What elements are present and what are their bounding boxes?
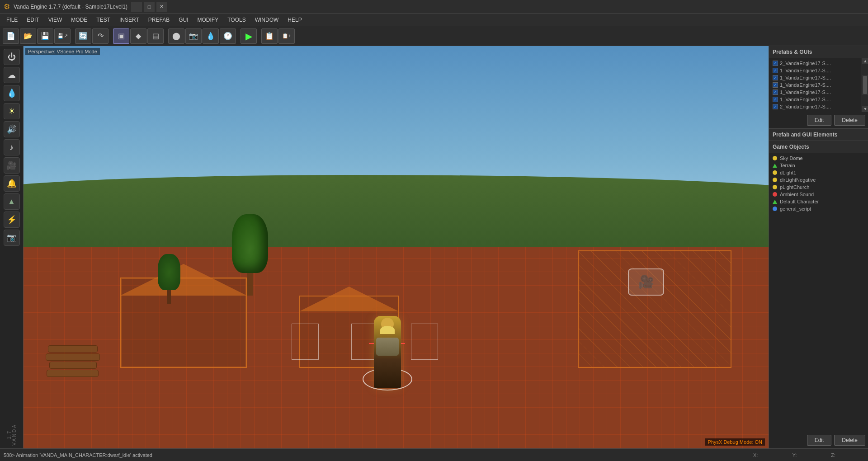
- menu-prefab[interactable]: PREFAB: [144, 15, 174, 25]
- prefab-delete-button[interactable]: Delete: [834, 115, 865, 126]
- left-icon-photo[interactable]: 📷: [4, 230, 20, 246]
- left-icon-lightning[interactable]: ⚡: [4, 212, 20, 228]
- paste-button[interactable]: 📋+: [278, 28, 295, 44]
- menu-view[interactable]: VIEW: [44, 15, 67, 25]
- close-button[interactable]: ✕: [156, 2, 167, 12]
- water-button[interactable]: 💧: [203, 28, 219, 44]
- right-panel: Prefabs & GUIs ✓ 2_VandaEngine17-S.... ✓…: [769, 46, 868, 448]
- menu-window[interactable]: WINDOW: [250, 15, 283, 25]
- left-icon-audio[interactable]: 🔊: [4, 121, 20, 137]
- log-pile: [46, 344, 100, 376]
- prefab-name-4: 1_VandaEngine17-S....: [780, 82, 831, 88]
- coord-x: X:: [753, 452, 787, 458]
- prefab-check-3[interactable]: ✓: [773, 75, 778, 80]
- go-item-ambient-sound[interactable]: Ambient Sound: [769, 191, 868, 198]
- title-icon: ⚙: [4, 2, 10, 11]
- menubar: FILE EDIT VIEW MODE TEST INSERT PREFAB G…: [0, 14, 868, 26]
- menu-gui[interactable]: GUI: [174, 15, 193, 25]
- fence-box-1: [292, 324, 319, 360]
- titlebar: ⚙ Vanda Engine 1.7.7 (default - Sample17…: [0, 0, 868, 14]
- select-button[interactable]: ▣: [113, 28, 129, 44]
- time-button[interactable]: 🕐: [220, 28, 236, 44]
- go-delete-button[interactable]: Delete: [834, 435, 865, 446]
- menu-modify[interactable]: MODIFY: [193, 15, 223, 25]
- go-item-skydome[interactable]: Sky Dome: [769, 155, 868, 162]
- minimize-button[interactable]: ─: [131, 2, 142, 12]
- prefab-scroll-down[interactable]: ▼: [862, 106, 868, 112]
- fence-box-3: [411, 324, 438, 360]
- left-icon-cloud[interactable]: ☁: [4, 67, 20, 83]
- menu-test[interactable]: TEST: [92, 15, 115, 25]
- go-name-dlight1: dLight1: [780, 170, 796, 175]
- roof-2: [299, 287, 399, 311]
- go-item-terrain[interactable]: Terrain: [769, 162, 868, 169]
- sidebar-brand-label: 1.7 VANDA: [7, 420, 17, 446]
- prefab-name-3: 1_VandaEngine17-S....: [780, 75, 831, 80]
- maximize-button[interactable]: □: [144, 2, 155, 12]
- go-edit-button[interactable]: Edit: [807, 435, 832, 446]
- physx-badge: PhysX Debug Mode: ON: [705, 438, 765, 446]
- menu-mode[interactable]: MODE: [66, 15, 92, 25]
- go-buttons: Edit Delete: [769, 432, 868, 448]
- left-icon-bell[interactable]: 🔔: [4, 175, 20, 192]
- redo-button[interactable]: ↷: [92, 28, 108, 44]
- prefab-item-4[interactable]: ✓ 1_VandaEngine17-S....: [769, 81, 862, 89]
- prefab-check-1[interactable]: ✓: [773, 61, 778, 66]
- prefab-scroll-up[interactable]: ▲: [862, 58, 868, 64]
- go-item-plightchurch[interactable]: pLightChurch: [769, 183, 868, 191]
- menu-insert[interactable]: INSERT: [115, 15, 144, 25]
- prefab-check-5[interactable]: ✓: [773, 89, 778, 95]
- play-button[interactable]: ▶: [241, 28, 257, 44]
- menu-tools[interactable]: TOOLS: [223, 15, 250, 25]
- left-icon-music[interactable]: ♪: [4, 139, 20, 155]
- copy-button[interactable]: 📋: [261, 28, 278, 44]
- left-sidebar: ⏻ ☁ 💧 ☀ 🔊 ♪ 🎥 🔔 ▲ ⚡ 📷 1.7 VANDA: [0, 46, 24, 448]
- go-name-plightchurch: pLightChurch: [780, 184, 809, 190]
- save-button[interactable]: 💾: [37, 28, 53, 44]
- y-label: Y:: [792, 452, 797, 458]
- sphere-button[interactable]: ⬤: [168, 28, 184, 44]
- prefab-name-2: 1_VandaEngine17-S....: [780, 68, 831, 73]
- prefab-item-6[interactable]: ✓ 1_VandaEngine17-S....: [769, 96, 862, 103]
- prefab-name-6: 1_VandaEngine17-S....: [780, 97, 831, 102]
- group-button[interactable]: ▤: [147, 28, 164, 44]
- prefab-check-4[interactable]: ✓: [773, 82, 778, 88]
- prefab-name-7: 2_VandaEngine17-S....: [780, 104, 831, 109]
- prefab-edit-button[interactable]: Edit: [807, 115, 832, 126]
- go-item-default-character[interactable]: Default Character: [769, 198, 868, 205]
- game-objects-list: Sky Dome Terrain dLight1 dirLightNegativ…: [769, 153, 868, 432]
- save-as-button[interactable]: 💾↗: [54, 28, 71, 44]
- prefab-item-1[interactable]: ✓ 2_VandaEngine17-S....: [769, 60, 862, 67]
- go-item-dlight1[interactable]: dLight1: [769, 169, 868, 176]
- viewport[interactable]: 🎥 Perspective: VScene Pro Mode PhysX Deb…: [24, 46, 769, 448]
- left-icon-terrain[interactable]: ▲: [4, 193, 20, 210]
- prefab-item-3[interactable]: ✓ 1_VandaEngine17-S....: [769, 74, 862, 81]
- prefab-check-2[interactable]: ✓: [773, 68, 778, 73]
- menu-help[interactable]: HELP: [283, 15, 306, 25]
- import-button[interactable]: 🔄: [75, 28, 91, 44]
- game-objects-section: Game Objects Sky Dome Terrain dLight1 di…: [769, 141, 868, 448]
- main-layout: ⏻ ☁ 💧 ☀ 🔊 ♪ 🎥 🔔 ▲ ⚡ 📷 1.7 VANDA: [0, 46, 868, 448]
- left-icon-power[interactable]: ⏻: [4, 49, 20, 65]
- prefab-item-5[interactable]: ✓ 1_VandaEngine17-S....: [769, 89, 862, 96]
- menu-file[interactable]: FILE: [2, 15, 22, 25]
- prefab-check-7[interactable]: ✓: [773, 104, 778, 109]
- coord-z: Z:: [831, 452, 864, 458]
- left-icon-sun[interactable]: ☀: [4, 103, 20, 119]
- go-item-general-script[interactable]: general_script: [769, 205, 868, 212]
- x-value: [760, 452, 787, 458]
- prefabs-container: ✓ 2_VandaEngine17-S.... ✓ 1_VandaEngine1…: [769, 58, 868, 112]
- go-name-default-character: Default Character: [780, 199, 819, 204]
- prefab-check-6[interactable]: ✓: [773, 97, 778, 102]
- camera-object-3d: 🎥: [628, 268, 664, 296]
- menu-edit[interactable]: EDIT: [22, 15, 43, 25]
- shape-button[interactable]: ◆: [130, 28, 146, 44]
- prefab-item-2[interactable]: ✓ 1_VandaEngine17-S....: [769, 67, 862, 74]
- prefab-item-7[interactable]: ✓ 2_VandaEngine17-S....: [769, 103, 862, 110]
- left-icon-camera[interactable]: 🎥: [4, 157, 20, 174]
- go-item-dirlightneg[interactable]: dirLightNegative: [769, 176, 868, 183]
- open-button[interactable]: 📂: [20, 28, 36, 44]
- new-button[interactable]: 📄: [3, 28, 19, 44]
- screenshot-button[interactable]: 📷: [185, 28, 202, 44]
- left-icon-water[interactable]: 💧: [4, 85, 20, 101]
